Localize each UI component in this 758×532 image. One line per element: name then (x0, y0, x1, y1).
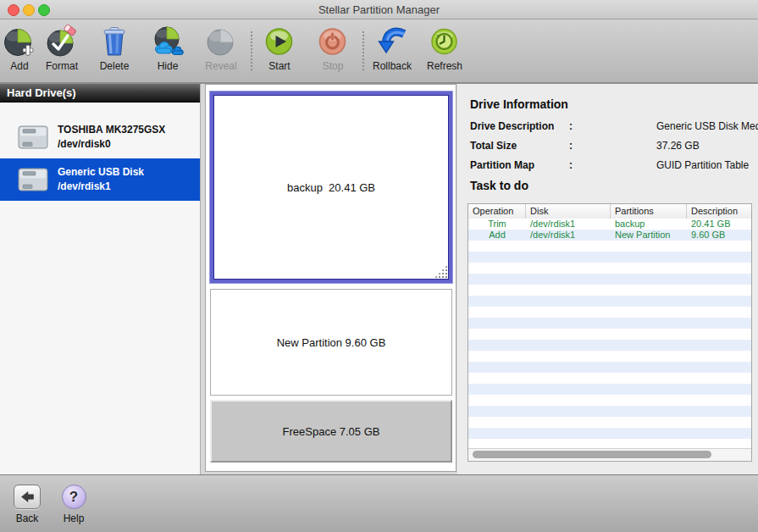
task-table: Operation Disk Partitions Description Tr… (468, 203, 752, 462)
reveal-button[interactable]: Reveal (197, 25, 245, 72)
delete-label: Delete (100, 60, 130, 72)
task-table-body: Trim /dev/rdisk1 backup 20.41 GB Add /de… (468, 219, 751, 449)
task-row-add[interactable]: Add /dev/rdisk1 New Partition 9.60 GB (468, 230, 751, 241)
add-label: Add (10, 60, 28, 72)
resize-grip[interactable] (434, 265, 447, 278)
toolbar-separator (251, 31, 252, 70)
reveal-label: Reveal (205, 60, 236, 72)
drive-item-toshiba[interactable]: TOSHIBA MK3275GSX /dev/rdisk0 (0, 116, 200, 158)
app-window: Stellar Partition Manager Add (0, 0, 758, 532)
partition-label: New Partition 9.60 GB (277, 336, 386, 349)
partition-label: FreeSpace 7.05 GB (283, 425, 380, 438)
back-label: Back (16, 513, 39, 524)
back-button[interactable]: Back (3, 485, 51, 524)
task-row-trim[interactable]: Trim /dev/rdisk1 backup 20.41 GB (468, 219, 751, 230)
toolbar-separator (362, 31, 364, 70)
horizontal-scrollbar-thumb[interactable] (473, 451, 711, 458)
help-label: Help (64, 513, 85, 524)
help-question-icon: ? (62, 485, 86, 509)
stop-power-icon (316, 25, 350, 58)
drive-item-generic-usb[interactable]: Generic USB Disk /dev/rdisk1 (0, 158, 200, 201)
column-header-partitions[interactable]: Partitions (611, 204, 687, 219)
back-bezel (14, 485, 41, 509)
column-header-description[interactable]: Description (687, 204, 751, 219)
trash-icon (97, 25, 131, 58)
start-button[interactable]: Start (256, 25, 303, 72)
format-button[interactable]: Format (38, 25, 86, 72)
drive-information-title: Drive Information (470, 97, 568, 111)
refresh-label: Refresh (427, 60, 462, 72)
drive-item-label: TOSHIBA MK3275GSX /dev/rdisk0 (58, 123, 165, 152)
delete-button[interactable]: Delete (91, 25, 138, 72)
stop-button[interactable]: Stop (309, 25, 357, 72)
partition-block-new-partition[interactable]: New Partition 9.60 GB (210, 289, 452, 396)
hard-drive-icon (17, 124, 49, 151)
add-partition-pie-icon (3, 25, 36, 58)
hard-drive-icon (17, 166, 49, 193)
format-label: Format (46, 60, 78, 72)
help-button[interactable]: ? Help (50, 485, 97, 524)
window-title: Stellar Partition Manager (0, 3, 758, 16)
reveal-partition-pie-icon (204, 25, 238, 58)
content-area: Hard Drive(s) TOSHIBA MK3275GSX /dev/rdi… (0, 84, 758, 474)
horizontal-scrollbar-track[interactable] (468, 448, 751, 461)
column-header-operation[interactable]: Operation (468, 204, 526, 219)
drive-description-value: Generic USB Disk Media (656, 120, 758, 132)
footer-bar: Back ? Help (0, 474, 758, 532)
hide-label: Hide (158, 60, 179, 72)
sidebar-header: Hard Drive(s) (0, 84, 200, 103)
partition-block-freespace[interactable]: FreeSpace 7.05 GB (210, 400, 452, 463)
toolbar: Add Format Delete (0, 19, 758, 84)
start-label: Start (268, 60, 290, 72)
back-arrow-icon (20, 490, 35, 503)
task-to-do-title: Task to do (470, 179, 528, 192)
partition-map-panel: backup 20.41 GB New Partition 9.60 GB Fr… (205, 84, 456, 472)
refresh-button[interactable]: Refresh (421, 25, 468, 72)
title-bar: Stellar Partition Manager (0, 0, 758, 19)
rollback-button[interactable]: Rollback (368, 25, 416, 72)
partition-map-value: GUID Partition Table (656, 159, 749, 171)
total-size-value: 37.26 GB (656, 140, 700, 152)
column-header-disk[interactable]: Disk (526, 204, 611, 219)
add-button[interactable]: Add (0, 25, 43, 72)
hide-partition-cloud-icon (151, 25, 185, 58)
drive-item-label: Generic USB Disk /dev/rdisk1 (58, 165, 200, 195)
rollback-label: Rollback (373, 60, 412, 72)
partition-label: backup 20.41 GB (287, 181, 375, 194)
task-table-header: Operation Disk Partitions Description (468, 204, 751, 219)
drive-info-panel: Drive Information Drive Description : Ge… (457, 84, 758, 474)
hide-button[interactable]: Hide (144, 25, 191, 72)
stop-label: Stop (323, 60, 344, 72)
start-play-icon (263, 25, 296, 58)
rollback-arrow-icon (375, 25, 409, 58)
hard-drives-sidebar: Hard Drive(s) TOSHIBA MK3275GSX /dev/rdi… (0, 84, 201, 474)
refresh-clock-icon (428, 25, 462, 58)
format-partition-pie-icon (45, 25, 79, 58)
partition-block-backup[interactable]: backup 20.41 GB (210, 91, 452, 283)
